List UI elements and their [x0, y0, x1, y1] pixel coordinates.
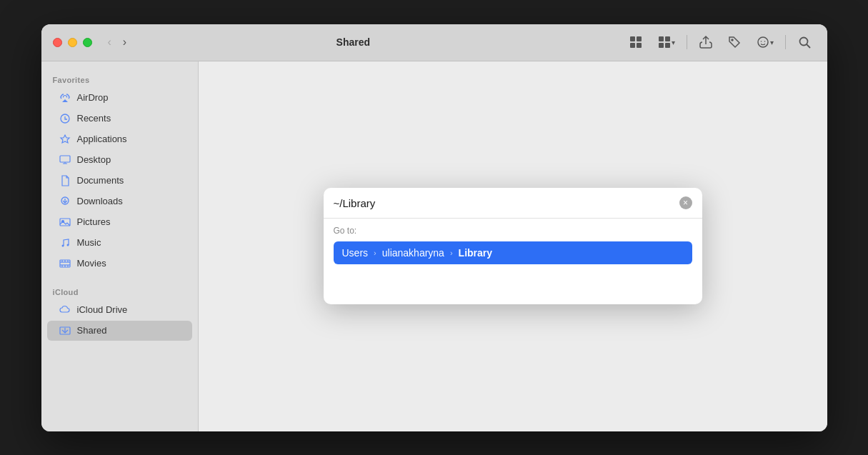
sidebar-item-airdrop-label: AirDrop: [77, 92, 109, 103]
movies-icon: [59, 257, 71, 270]
svg-line-13: [807, 44, 810, 48]
toolbar-divider: [687, 35, 687, 49]
clear-icon: ×: [683, 198, 688, 208]
svg-point-8: [732, 39, 733, 41]
sidebar-item-movies-label: Movies: [77, 258, 106, 269]
view-options-button[interactable]: ▾: [653, 32, 679, 52]
recents-icon: [59, 112, 71, 125]
sidebar: Favorites AirDrop: [41, 61, 199, 431]
share-button[interactable]: [694, 32, 717, 52]
airdrop-icon: [59, 91, 71, 104]
svg-rect-3: [637, 43, 642, 48]
svg-rect-5: [665, 36, 670, 41]
shared-icon: [59, 324, 71, 337]
music-icon: [59, 236, 71, 249]
view-grid-button[interactable]: [624, 32, 647, 52]
desktop-icon: [59, 154, 71, 166]
sidebar-item-downloads-label: Downloads: [77, 196, 123, 206]
modal-overlay: × Go to: Users › ulianakharyna › Library: [199, 61, 827, 431]
minimize-button[interactable]: [68, 38, 77, 47]
toolbar-divider-2: [785, 35, 786, 49]
toolbar-right: ▾ ▾: [624, 32, 816, 52]
face-button[interactable]: ▾: [752, 32, 778, 52]
svg-point-10: [760, 41, 762, 42]
sidebar-item-recents[interactable]: Recents: [47, 109, 192, 129]
title-bar: ‹ › Shared ▾: [41, 24, 827, 61]
downloads-icon: [59, 195, 71, 208]
content-area: × Go to: Users › ulianakharyna › Library: [199, 61, 827, 431]
window-title: Shared: [82, 36, 624, 48]
goto-modal: × Go to: Users › ulianakharyna › Library: [324, 188, 702, 304]
suggestion-sep1: ›: [374, 249, 376, 257]
sidebar-item-applications-label: Applications: [77, 134, 127, 144]
svg-rect-0: [630, 36, 635, 41]
svg-rect-6: [659, 43, 664, 48]
icloud-drive-icon: [59, 304, 71, 316]
finder-window: ‹ › Shared ▾: [41, 24, 827, 431]
sidebar-item-icloud-drive[interactable]: iCloud Drive: [47, 300, 192, 320]
sidebar-item-movies[interactable]: Movies: [47, 254, 192, 274]
suggestion-sep2: ›: [450, 249, 453, 257]
suggestion-part1: Users: [342, 247, 369, 259]
svg-point-23: [66, 244, 69, 246]
sidebar-item-downloads[interactable]: Downloads: [47, 191, 192, 211]
tag-button[interactable]: [723, 32, 746, 52]
svg-rect-15: [60, 156, 70, 162]
svg-rect-1: [637, 36, 642, 41]
svg-point-12: [799, 38, 807, 46]
svg-rect-7: [665, 43, 670, 48]
svg-point-11: [764, 41, 765, 42]
sidebar-item-music[interactable]: Music: [47, 233, 192, 253]
sidebar-item-pictures-label: Pictures: [77, 216, 111, 227]
sidebar-item-music-label: Music: [77, 237, 101, 248]
close-button[interactable]: [53, 38, 62, 47]
search-button[interactable]: [793, 32, 816, 52]
goto-input[interactable]: [334, 197, 674, 209]
sidebar-item-desktop-label: Desktop: [77, 154, 111, 165]
svg-point-9: [758, 37, 768, 47]
svg-rect-4: [659, 36, 664, 41]
goto-label: Go to:: [334, 226, 692, 236]
svg-point-22: [61, 244, 64, 246]
suggestion-item-library[interactable]: Users › ulianakharyna › Library: [334, 241, 692, 264]
modal-input-row: ×: [324, 188, 702, 219]
sidebar-item-airdrop[interactable]: AirDrop: [47, 88, 192, 108]
sidebar-item-pictures[interactable]: Pictures: [47, 212, 192, 232]
applications-icon: [59, 133, 71, 146]
modal-clear-button[interactable]: ×: [679, 196, 692, 209]
main-content: Favorites AirDrop: [41, 61, 827, 431]
modal-body: Go to: Users › ulianakharyna › Library: [324, 219, 702, 304]
sidebar-item-icloud-drive-label: iCloud Drive: [77, 304, 128, 315]
sidebar-item-documents[interactable]: Documents: [47, 171, 192, 191]
sidebar-item-shared[interactable]: Shared: [47, 321, 192, 341]
sidebar-item-shared-label: Shared: [77, 325, 107, 336]
favorites-section-label: Favorites: [41, 70, 198, 87]
sidebar-item-recents-label: Recents: [77, 113, 111, 124]
documents-icon: [59, 174, 71, 187]
sidebar-item-applications[interactable]: Applications: [47, 129, 192, 149]
suggestion-part2: ulianakharyna: [382, 247, 444, 259]
svg-rect-2: [630, 43, 635, 48]
suggestion-part3: Library: [459, 247, 492, 259]
icloud-section-label: iCloud: [41, 282, 198, 299]
sidebar-item-desktop[interactable]: Desktop: [47, 150, 192, 170]
pictures-icon: [59, 216, 71, 229]
sidebar-item-documents-label: Documents: [77, 175, 124, 186]
